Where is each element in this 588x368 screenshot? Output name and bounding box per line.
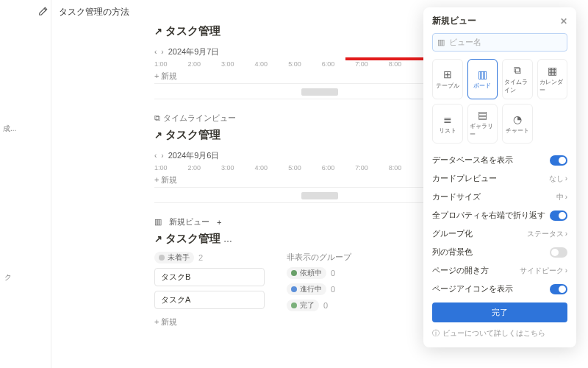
done-button[interactable]: 完了 — [432, 302, 567, 322]
add-view-button[interactable]: + — [217, 218, 221, 227]
view-type-gallery[interactable]: ▤ギャラリー — [467, 104, 498, 144]
option-card-preview[interactable]: カードプレビュー なし› — [432, 169, 567, 188]
status-dot-icon — [291, 270, 297, 276]
chevron-left-icon[interactable]: ‹ — [154, 48, 157, 56]
db-title-text: タスク管理 — [165, 24, 220, 38]
board-icon: ▥ — [437, 38, 445, 47]
db-title-text: タスク管理 — [165, 128, 220, 142]
toggle-off[interactable] — [550, 247, 567, 258]
view-type-board[interactable]: ▥ボード — [467, 59, 498, 99]
toggle-on[interactable] — [550, 155, 567, 166]
status-dot-icon — [159, 255, 165, 261]
new-view-popover: 新規ビュー ✕ ▥ ビュー名 ⊞テーブル ▥ボード ⧉タイムライン ▦カレンダー… — [423, 7, 576, 347]
sidebar-fragment: 成... — [3, 124, 16, 134]
chevron-right-icon: › — [565, 193, 567, 201]
hidden-group[interactable]: 依頼中0 — [287, 267, 351, 279]
toggle-on[interactable] — [550, 284, 567, 294]
board-view-icon: ▥ — [154, 217, 162, 227]
timeline-date: 2024年9月6日 — [168, 150, 220, 161]
more-icon[interactable]: … — [223, 234, 232, 244]
option-card-size[interactable]: カードサイズ 中› — [432, 188, 567, 206]
toggle-on[interactable] — [550, 210, 567, 221]
hidden-group[interactable]: 完了0 — [287, 300, 351, 311]
option-wrap-props[interactable]: 全プロパティを右端で折り返す — [432, 206, 567, 224]
view-type-table[interactable]: ⊞テーブル — [432, 59, 463, 99]
sidebar-fragment: ク — [4, 272, 12, 283]
view-type-timeline[interactable]: ⧉タイムライン — [502, 59, 533, 99]
board-icon: ▥ — [478, 68, 487, 80]
tab-new-view[interactable]: 新規ビュー — [169, 216, 209, 227]
view-type-list[interactable]: ≣リスト — [432, 104, 463, 144]
db-title-text: タスク管理 — [165, 232, 220, 246]
chevron-right-icon: › — [565, 266, 567, 275]
view-type-calendar[interactable]: ▦カレンダー — [537, 59, 568, 99]
timeline-item[interactable] — [301, 88, 338, 96]
help-icon: ⓘ — [432, 328, 440, 339]
timeline-item[interactable] — [301, 192, 338, 199]
view-type-chart[interactable]: ◔チャート — [502, 104, 533, 144]
chevron-left-icon[interactable]: ‹ — [154, 152, 157, 160]
hidden-group[interactable]: 進行中0 — [287, 283, 351, 295]
open-arrow-icon: ↗ — [154, 130, 162, 141]
gallery-icon: ▤ — [478, 109, 487, 121]
status-dot-icon — [291, 302, 297, 308]
hidden-groups-header[interactable]: 非表示のグループ — [287, 252, 351, 263]
timeline-view-icon: ⧉ — [154, 113, 160, 123]
sidebar-sliver: 成... ク — [0, 0, 51, 368]
view-name-input[interactable]: ▥ ビュー名 — [432, 33, 567, 52]
list-icon: ≣ — [443, 113, 452, 125]
option-group-by[interactable]: グループ化 ステータス› — [432, 224, 567, 243]
timeline-date: 2024年9月7日 — [168, 46, 220, 57]
status-dot-icon — [291, 286, 297, 292]
open-arrow-icon: ↗ — [154, 233, 162, 244]
table-icon: ⊞ — [443, 68, 452, 80]
chevron-right-icon: › — [565, 230, 567, 238]
chevron-right-icon[interactable]: › — [161, 152, 163, 160]
option-show-db-name[interactable]: データベース名を表示 — [432, 151, 567, 169]
add-new-button[interactable]: + 新規 — [154, 316, 265, 328]
board-card[interactable]: タスクA — [154, 291, 265, 309]
option-column-bg[interactable]: 列の背景色 — [432, 243, 567, 261]
board-column-header[interactable]: 未着手 2 — [154, 252, 265, 263]
close-icon[interactable]: ✕ — [560, 16, 567, 26]
learn-more-link[interactable]: ⓘ ビューについて詳しくはこちら — [432, 328, 567, 339]
option-open-mode[interactable]: ページの開き方 サイドピーク› — [432, 261, 567, 280]
calendar-icon: ▦ — [548, 65, 557, 77]
open-arrow-icon: ↗ — [154, 26, 162, 37]
compose-icon[interactable] — [38, 6, 49, 16]
option-show-page-icon[interactable]: ページアイコンを表示 — [432, 280, 567, 298]
board-card[interactable]: タスクB — [154, 268, 265, 286]
timeline-icon: ⧉ — [514, 64, 521, 77]
chevron-right-icon: › — [565, 174, 567, 183]
chevron-right-icon[interactable]: › — [161, 48, 163, 56]
chart-icon: ◔ — [513, 113, 522, 125]
popover-title: 新規ビュー — [432, 15, 476, 27]
